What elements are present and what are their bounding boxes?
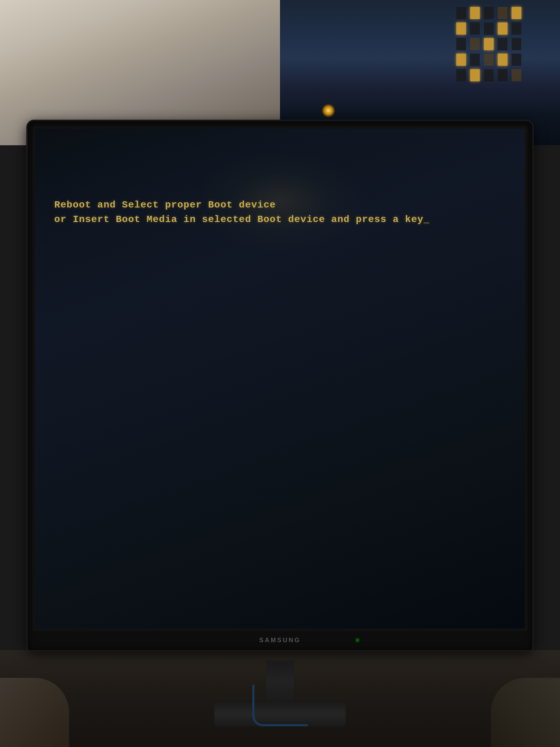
window [456, 69, 466, 81]
monitor-brand-label: SAMSUNG [259, 637, 301, 644]
window [484, 7, 494, 19]
power-led [356, 639, 359, 642]
window [498, 22, 507, 35]
floor-left [0, 678, 69, 747]
window [456, 54, 466, 66]
window [470, 54, 480, 66]
bios-line-2: or Insert Boot Media in selected Boot de… [54, 212, 506, 227]
window [470, 7, 480, 19]
window [512, 7, 521, 19]
building-windows [456, 7, 553, 111]
window [456, 22, 466, 35]
window [512, 38, 521, 50]
monitor-cable [252, 685, 308, 726]
monitor-screen: Reboot and Select proper Boot device or … [35, 129, 525, 628]
monitor-frame: SAMSUNG Reboot and Select proper Boot de… [28, 121, 532, 650]
window [456, 38, 466, 50]
window [498, 38, 507, 50]
window [484, 69, 494, 81]
window [512, 69, 521, 81]
window [484, 38, 494, 50]
window [512, 54, 521, 66]
monitor-bezel: Reboot and Select proper Boot device or … [32, 126, 528, 631]
street-light [321, 104, 335, 118]
window [470, 22, 480, 35]
window [456, 7, 466, 19]
window [484, 54, 494, 66]
bios-text-container: Reboot and Select proper Boot device or … [54, 198, 506, 227]
window [484, 22, 494, 35]
window [512, 22, 521, 35]
window [470, 69, 480, 81]
floor-right [491, 678, 560, 747]
window [498, 69, 507, 81]
window [470, 38, 480, 50]
window [498, 7, 507, 19]
window [498, 54, 507, 66]
bios-line-1: Reboot and Select proper Boot device [54, 198, 506, 212]
